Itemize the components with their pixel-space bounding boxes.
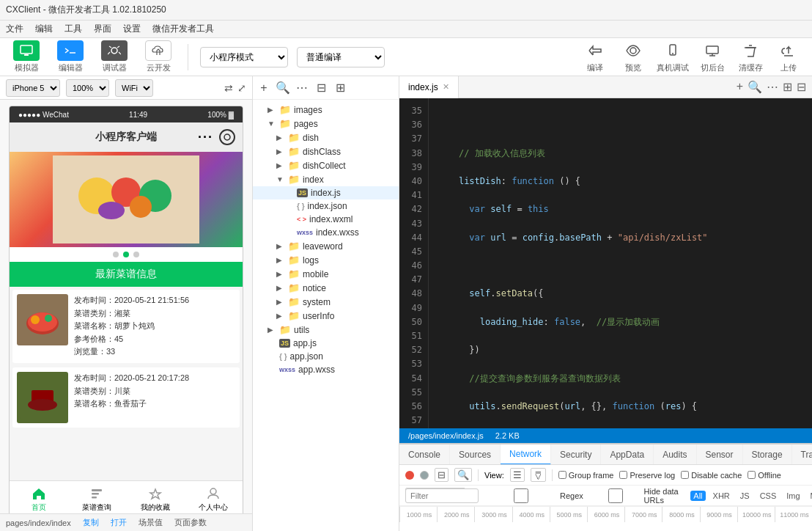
tree-item-utils[interactable]: ▶ 📁 utils <box>253 323 399 337</box>
tree-item-logs[interactable]: ▶ 📁 logs <box>253 253 399 267</box>
group-frame-label[interactable]: Group frame <box>558 471 614 480</box>
nav-favorites[interactable]: 我的收藏 <box>126 481 185 513</box>
filter-xhr[interactable]: XHR <box>710 491 733 501</box>
filter-icon[interactable]: ⊟ <box>435 468 449 482</box>
record-button[interactable] <box>405 471 414 480</box>
tree-item-index[interactable]: ▼ 📁 index <box>253 172 399 186</box>
tree-more-button[interactable]: ⋯ <box>294 80 310 96</box>
hide-data-label[interactable]: Hide data URLs <box>589 487 685 505</box>
nav-profile[interactable]: 个人中心 <box>185 481 243 513</box>
preserve-log-checkbox[interactable] <box>619 471 627 479</box>
menu-file[interactable]: 文件 <box>6 23 23 35</box>
expand-button[interactable]: ⊞ <box>332 80 348 96</box>
network-select[interactable]: WiFi <box>115 79 153 97</box>
open-btn[interactable]: 打开 <box>111 517 127 528</box>
tree-item-index-json[interactable]: ▶ { } index.json <box>253 199 399 213</box>
preview-button[interactable]: 预览 <box>619 40 648 73</box>
filter-img[interactable]: Img <box>783 491 802 501</box>
add-tab-icon[interactable]: + <box>737 80 743 94</box>
search-icon[interactable]: 🔍 <box>454 468 472 482</box>
tree-item-pages[interactable]: ▼ 📁 pages <box>253 117 399 131</box>
tree-item-dish[interactable]: ▶ 📁 dish <box>253 131 399 144</box>
collapse-button[interactable]: ⊟ <box>313 80 329 96</box>
close-tab-icon[interactable]: ✕ <box>443 82 449 92</box>
group-frame-checkbox[interactable] <box>558 471 566 479</box>
tree-item-index-wxss[interactable]: ▶ wxss index.wxss <box>253 226 399 239</box>
cloud-button[interactable]: 云开发 <box>141 40 176 73</box>
devtools-tab-appdata[interactable]: AppData <box>601 444 654 465</box>
more-tabs-icon[interactable]: ⋯ <box>767 80 778 94</box>
add-file-button[interactable]: + <box>256 80 272 96</box>
menu-wechat-devtools[interactable]: 微信开发者工具 <box>152 23 214 35</box>
mode-select[interactable]: 小程序模式 <box>200 47 288 67</box>
copy-btn[interactable]: 复制 <box>83 517 99 528</box>
devtools-tab-console[interactable]: Console <box>399 444 450 465</box>
tree-item-app-json[interactable]: ▶ { } app.json <box>253 350 399 363</box>
devtools-tab-trace[interactable]: Trace <box>792 444 812 465</box>
compile-select[interactable]: 普通编译 <box>297 47 385 67</box>
simulator-button[interactable]: 模拟器 <box>9 40 44 73</box>
compile-button[interactable]: 编译 <box>580 40 610 73</box>
collapse-editor-icon[interactable]: ⊟ <box>797 80 806 94</box>
nav-home[interactable]: 首页 <box>10 481 68 513</box>
menu-tools[interactable]: 工具 <box>64 23 82 35</box>
menu-interface[interactable]: 界面 <box>94 23 111 35</box>
real-device-button[interactable]: 真机调试 <box>657 40 689 73</box>
filter-all[interactable]: All <box>690 491 705 501</box>
search-tree-button[interactable]: 🔍 <box>275 80 291 96</box>
folder-icon: 📁 <box>279 324 291 335</box>
tree-item-mobile[interactable]: ▶ 📁 mobile <box>253 267 399 281</box>
search-code-icon[interactable]: 🔍 <box>748 80 762 94</box>
nav-search[interactable]: 菜谱查询 <box>68 481 127 513</box>
list-view-icon[interactable]: ☰ <box>510 468 525 482</box>
preserve-log-label[interactable]: Preserve log <box>619 471 675 480</box>
devtools-tab-sources[interactable]: Sources <box>450 444 501 465</box>
rotate-icon[interactable]: ⇄ <box>224 82 233 94</box>
tree-item-index-wxml[interactable]: ▶ < > index.wxml <box>253 213 399 226</box>
menu-settings[interactable]: 设置 <box>123 23 141 35</box>
resize-icon[interactable]: ⤢ <box>237 82 246 94</box>
devtools-tab-security[interactable]: Security <box>551 444 601 465</box>
tree-item-dishclass[interactable]: ▶ 📁 dishClass <box>253 144 399 158</box>
tree-item-index-js[interactable]: ▶ JS index.js <box>253 186 399 199</box>
regex-label[interactable]: Regex <box>484 488 583 503</box>
code-editor[interactable]: 35 36 37 38 39 40 41 42 43 44 45 46 47 4… <box>399 98 812 428</box>
tree-item-app-wxss[interactable]: ▶ wxss app.wxss <box>253 363 399 376</box>
offline-checkbox[interactable] <box>748 471 756 479</box>
offline-label[interactable]: Offline <box>748 471 781 480</box>
disable-cache-label[interactable]: Disable cache <box>681 471 742 480</box>
clear-button[interactable]: 清缓存 <box>736 40 765 73</box>
zoom-select[interactable]: 100% <box>66 79 109 97</box>
disable-cache-checkbox[interactable] <box>681 471 689 479</box>
phone-record-btn[interactable] <box>219 129 235 145</box>
device-select[interactable]: iPhone 5 <box>6 79 60 97</box>
filter-input[interactable] <box>405 488 479 503</box>
devtools-tab-sensor[interactable]: Sensor <box>697 444 743 465</box>
backend-button[interactable]: 切后台 <box>698 40 727 73</box>
hide-data-checkbox[interactable] <box>589 488 642 503</box>
tree-item-leaveword[interactable]: ▶ 📁 leaveword <box>253 239 399 253</box>
clear-log-button[interactable] <box>420 471 429 480</box>
waterfall-view-icon[interactable]: ⩢ <box>531 468 546 482</box>
tree-item-app-js[interactable]: ▶ JS app.js <box>253 337 399 350</box>
menu-edit[interactable]: 编辑 <box>35 23 53 35</box>
tree-item-notice[interactable]: ▶ 📁 notice <box>253 281 399 295</box>
filter-css[interactable]: CSS <box>757 491 780 501</box>
upload-button[interactable]: 上传 <box>774 40 803 73</box>
tree-item-userinfo[interactable]: ▶ 📁 userInfo <box>253 309 399 323</box>
split-editor-icon[interactable]: ⊞ <box>783 80 792 94</box>
regex-checkbox[interactable] <box>484 488 558 503</box>
tree-item-dishcollect[interactable]: ▶ 📁 dishCollect <box>253 158 399 172</box>
editor-tab-index-js[interactable]: index.js ✕ <box>399 76 459 98</box>
arrow-icon: ▼ <box>276 175 285 183</box>
devtools-tab-audits[interactable]: Audits <box>654 444 696 465</box>
devtools-tab-network[interactable]: Network <box>501 444 551 465</box>
tree-item-images[interactable]: ▶ 📁 images <box>253 103 399 117</box>
phone-menu-dots[interactable]: ··· <box>198 130 213 145</box>
filter-media[interactable]: Media <box>808 491 812 501</box>
filter-js[interactable]: JS <box>737 491 753 501</box>
devtools-tab-storage[interactable]: Storage <box>743 444 792 465</box>
debugger-button[interactable]: 调试器 <box>97 40 132 73</box>
tree-item-system[interactable]: ▶ 📁 system <box>253 295 399 309</box>
editor-button[interactable]: 编辑器 <box>53 40 88 73</box>
